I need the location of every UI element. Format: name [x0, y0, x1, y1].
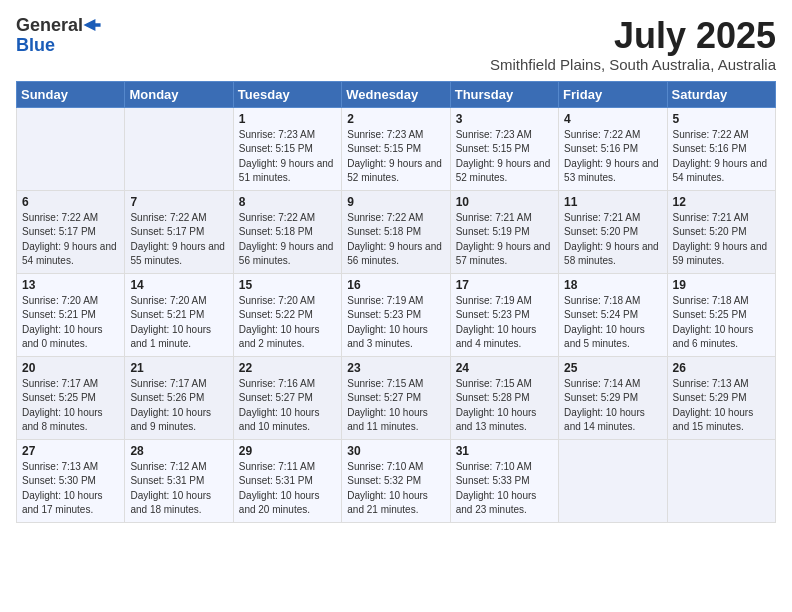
day-number: 31 — [456, 444, 553, 458]
day-info: Sunrise: 7:16 AM Sunset: 5:27 PM Dayligh… — [239, 377, 336, 435]
day-info: Sunrise: 7:18 AM Sunset: 5:24 PM Dayligh… — [564, 294, 661, 352]
calendar-cell: 10Sunrise: 7:21 AM Sunset: 5:19 PM Dayli… — [450, 190, 558, 273]
calendar-week-1: 1Sunrise: 7:23 AM Sunset: 5:15 PM Daylig… — [17, 107, 776, 190]
day-number: 14 — [130, 278, 227, 292]
calendar-cell: 18Sunrise: 7:18 AM Sunset: 5:24 PM Dayli… — [559, 273, 667, 356]
page-header: General Blue July 2025 Smithfield Plains… — [16, 16, 776, 73]
calendar-week-4: 20Sunrise: 7:17 AM Sunset: 5:25 PM Dayli… — [17, 356, 776, 439]
day-number: 25 — [564, 361, 661, 375]
calendar-cell: 29Sunrise: 7:11 AM Sunset: 5:31 PM Dayli… — [233, 439, 341, 522]
location-subtitle: Smithfield Plains, South Australia, Aust… — [490, 56, 776, 73]
calendar-cell — [667, 439, 775, 522]
calendar-header-row: SundayMondayTuesdayWednesdayThursdayFrid… — [17, 81, 776, 107]
day-info: Sunrise: 7:22 AM Sunset: 5:18 PM Dayligh… — [239, 211, 336, 269]
day-number: 3 — [456, 112, 553, 126]
day-info: Sunrise: 7:23 AM Sunset: 5:15 PM Dayligh… — [239, 128, 336, 186]
day-number: 15 — [239, 278, 336, 292]
calendar-cell: 22Sunrise: 7:16 AM Sunset: 5:27 PM Dayli… — [233, 356, 341, 439]
calendar-cell: 30Sunrise: 7:10 AM Sunset: 5:32 PM Dayli… — [342, 439, 450, 522]
day-info: Sunrise: 7:19 AM Sunset: 5:23 PM Dayligh… — [347, 294, 444, 352]
calendar-cell: 25Sunrise: 7:14 AM Sunset: 5:29 PM Dayli… — [559, 356, 667, 439]
calendar-cell: 6Sunrise: 7:22 AM Sunset: 5:17 PM Daylig… — [17, 190, 125, 273]
day-number: 9 — [347, 195, 444, 209]
calendar-cell: 7Sunrise: 7:22 AM Sunset: 5:17 PM Daylig… — [125, 190, 233, 273]
day-number: 4 — [564, 112, 661, 126]
day-number: 11 — [564, 195, 661, 209]
day-info: Sunrise: 7:22 AM Sunset: 5:17 PM Dayligh… — [130, 211, 227, 269]
day-number: 29 — [239, 444, 336, 458]
day-info: Sunrise: 7:18 AM Sunset: 5:25 PM Dayligh… — [673, 294, 770, 352]
day-info: Sunrise: 7:12 AM Sunset: 5:31 PM Dayligh… — [130, 460, 227, 518]
day-number: 16 — [347, 278, 444, 292]
day-info: Sunrise: 7:21 AM Sunset: 5:19 PM Dayligh… — [456, 211, 553, 269]
calendar-cell: 24Sunrise: 7:15 AM Sunset: 5:28 PM Dayli… — [450, 356, 558, 439]
title-area: July 2025 Smithfield Plains, South Austr… — [490, 16, 776, 73]
day-info: Sunrise: 7:15 AM Sunset: 5:28 PM Dayligh… — [456, 377, 553, 435]
day-number: 27 — [22, 444, 119, 458]
day-number: 8 — [239, 195, 336, 209]
calendar-cell: 14Sunrise: 7:20 AM Sunset: 5:21 PM Dayli… — [125, 273, 233, 356]
day-number: 30 — [347, 444, 444, 458]
calendar-cell: 17Sunrise: 7:19 AM Sunset: 5:23 PM Dayli… — [450, 273, 558, 356]
day-number: 6 — [22, 195, 119, 209]
calendar-cell: 8Sunrise: 7:22 AM Sunset: 5:18 PM Daylig… — [233, 190, 341, 273]
day-info: Sunrise: 7:23 AM Sunset: 5:15 PM Dayligh… — [347, 128, 444, 186]
calendar-cell — [17, 107, 125, 190]
column-header-wednesday: Wednesday — [342, 81, 450, 107]
calendar-cell: 20Sunrise: 7:17 AM Sunset: 5:25 PM Dayli… — [17, 356, 125, 439]
calendar-cell: 5Sunrise: 7:22 AM Sunset: 5:16 PM Daylig… — [667, 107, 775, 190]
calendar-table: SundayMondayTuesdayWednesdayThursdayFrid… — [16, 81, 776, 523]
day-info: Sunrise: 7:20 AM Sunset: 5:21 PM Dayligh… — [130, 294, 227, 352]
day-info: Sunrise: 7:13 AM Sunset: 5:30 PM Dayligh… — [22, 460, 119, 518]
day-info: Sunrise: 7:22 AM Sunset: 5:16 PM Dayligh… — [673, 128, 770, 186]
day-info: Sunrise: 7:19 AM Sunset: 5:23 PM Dayligh… — [456, 294, 553, 352]
day-number: 2 — [347, 112, 444, 126]
day-info: Sunrise: 7:20 AM Sunset: 5:22 PM Dayligh… — [239, 294, 336, 352]
calendar-cell: 28Sunrise: 7:12 AM Sunset: 5:31 PM Dayli… — [125, 439, 233, 522]
column-header-thursday: Thursday — [450, 81, 558, 107]
logo-text: General — [16, 16, 83, 36]
day-info: Sunrise: 7:15 AM Sunset: 5:27 PM Dayligh… — [347, 377, 444, 435]
day-number: 24 — [456, 361, 553, 375]
day-number: 28 — [130, 444, 227, 458]
day-info: Sunrise: 7:10 AM Sunset: 5:32 PM Dayligh… — [347, 460, 444, 518]
day-info: Sunrise: 7:21 AM Sunset: 5:20 PM Dayligh… — [564, 211, 661, 269]
day-info: Sunrise: 7:13 AM Sunset: 5:29 PM Dayligh… — [673, 377, 770, 435]
day-info: Sunrise: 7:14 AM Sunset: 5:29 PM Dayligh… — [564, 377, 661, 435]
day-number: 19 — [673, 278, 770, 292]
day-number: 13 — [22, 278, 119, 292]
calendar-cell: 31Sunrise: 7:10 AM Sunset: 5:33 PM Dayli… — [450, 439, 558, 522]
calendar-cell: 27Sunrise: 7:13 AM Sunset: 5:30 PM Dayli… — [17, 439, 125, 522]
day-info: Sunrise: 7:23 AM Sunset: 5:15 PM Dayligh… — [456, 128, 553, 186]
day-info: Sunrise: 7:17 AM Sunset: 5:26 PM Dayligh… — [130, 377, 227, 435]
column-header-monday: Monday — [125, 81, 233, 107]
day-info: Sunrise: 7:21 AM Sunset: 5:20 PM Dayligh… — [673, 211, 770, 269]
column-header-tuesday: Tuesday — [233, 81, 341, 107]
calendar-week-3: 13Sunrise: 7:20 AM Sunset: 5:21 PM Dayli… — [17, 273, 776, 356]
calendar-cell: 12Sunrise: 7:21 AM Sunset: 5:20 PM Dayli… — [667, 190, 775, 273]
calendar-cell: 4Sunrise: 7:22 AM Sunset: 5:16 PM Daylig… — [559, 107, 667, 190]
calendar-cell: 16Sunrise: 7:19 AM Sunset: 5:23 PM Dayli… — [342, 273, 450, 356]
calendar-cell: 21Sunrise: 7:17 AM Sunset: 5:26 PM Dayli… — [125, 356, 233, 439]
column-header-friday: Friday — [559, 81, 667, 107]
day-number: 26 — [673, 361, 770, 375]
calendar-cell — [125, 107, 233, 190]
day-info: Sunrise: 7:22 AM Sunset: 5:16 PM Dayligh… — [564, 128, 661, 186]
day-number: 22 — [239, 361, 336, 375]
day-info: Sunrise: 7:11 AM Sunset: 5:31 PM Dayligh… — [239, 460, 336, 518]
day-number: 1 — [239, 112, 336, 126]
day-number: 20 — [22, 361, 119, 375]
calendar-cell: 9Sunrise: 7:22 AM Sunset: 5:18 PM Daylig… — [342, 190, 450, 273]
column-header-saturday: Saturday — [667, 81, 775, 107]
logo-blue-text: Blue — [16, 36, 55, 56]
day-info: Sunrise: 7:20 AM Sunset: 5:21 PM Dayligh… — [22, 294, 119, 352]
day-number: 5 — [673, 112, 770, 126]
day-number: 18 — [564, 278, 661, 292]
column-header-sunday: Sunday — [17, 81, 125, 107]
day-number: 17 — [456, 278, 553, 292]
calendar-week-2: 6Sunrise: 7:22 AM Sunset: 5:17 PM Daylig… — [17, 190, 776, 273]
day-info: Sunrise: 7:22 AM Sunset: 5:18 PM Dayligh… — [347, 211, 444, 269]
calendar-cell: 2Sunrise: 7:23 AM Sunset: 5:15 PM Daylig… — [342, 107, 450, 190]
day-number: 10 — [456, 195, 553, 209]
month-title: July 2025 — [490, 16, 776, 56]
